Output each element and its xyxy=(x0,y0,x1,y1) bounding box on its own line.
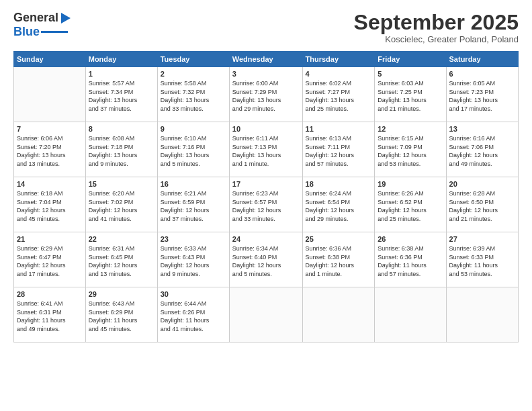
calendar-cell: 7Sunrise: 6:06 AM Sunset: 7:20 PM Daylig… xyxy=(14,122,86,177)
calendar-cell xyxy=(446,287,518,342)
day-info: Sunrise: 5:57 AM Sunset: 7:34 PM Dayligh… xyxy=(89,79,154,113)
day-info: Sunrise: 6:11 AM Sunset: 7:13 PM Dayligh… xyxy=(232,134,300,168)
calendar-cell: 15Sunrise: 6:20 AM Sunset: 7:02 PM Dayli… xyxy=(85,177,157,232)
calendar-cell: 24Sunrise: 6:34 AM Sunset: 6:40 PM Dayli… xyxy=(229,232,302,287)
calendar-cell: 20Sunrise: 6:28 AM Sunset: 6:50 PM Dayli… xyxy=(446,177,518,232)
calendar-cell: 12Sunrise: 6:15 AM Sunset: 7:09 PM Dayli… xyxy=(375,122,446,177)
day-number: 18 xyxy=(306,180,372,188)
day-number: 13 xyxy=(449,125,515,133)
col-wednesday: Wednesday xyxy=(229,52,302,67)
calendar-cell: 16Sunrise: 6:21 AM Sunset: 6:59 PM Dayli… xyxy=(157,177,229,232)
day-info: Sunrise: 6:28 AM Sunset: 6:50 PM Dayligh… xyxy=(449,189,515,223)
day-number: 28 xyxy=(17,290,83,298)
day-number: 8 xyxy=(89,125,154,133)
calendar-cell: 27Sunrise: 6:39 AM Sunset: 6:33 PM Dayli… xyxy=(446,232,518,287)
day-info: Sunrise: 6:13 AM Sunset: 7:11 PM Dayligh… xyxy=(306,134,372,168)
calendar-cell: 13Sunrise: 6:16 AM Sunset: 7:06 PM Dayli… xyxy=(446,122,518,177)
calendar-cell: 5Sunrise: 6:03 AM Sunset: 7:25 PM Daylig… xyxy=(375,67,446,122)
day-number: 15 xyxy=(89,180,154,188)
day-number: 24 xyxy=(232,235,300,243)
col-sunday: Sunday xyxy=(14,52,86,67)
day-number: 17 xyxy=(232,180,300,188)
day-info: Sunrise: 6:02 AM Sunset: 7:27 PM Dayligh… xyxy=(306,79,372,113)
day-number: 7 xyxy=(17,125,83,133)
day-info: Sunrise: 6:06 AM Sunset: 7:20 PM Dayligh… xyxy=(17,134,83,168)
day-info: Sunrise: 6:05 AM Sunset: 7:23 PM Dayligh… xyxy=(449,79,515,113)
calendar-header: Sunday Monday Tuesday Wednesday Thursday… xyxy=(14,52,519,67)
calendar-cell: 18Sunrise: 6:24 AM Sunset: 6:54 PM Dayli… xyxy=(302,177,375,232)
day-info: Sunrise: 6:23 AM Sunset: 6:57 PM Dayligh… xyxy=(232,189,300,223)
day-info: Sunrise: 6:41 AM Sunset: 6:31 PM Dayligh… xyxy=(17,300,83,333)
day-info: Sunrise: 5:58 AM Sunset: 7:32 PM Dayligh… xyxy=(161,79,226,113)
calendar-cell: 6Sunrise: 6:05 AM Sunset: 7:23 PM Daylig… xyxy=(446,67,518,122)
calendar-cell: 14Sunrise: 6:18 AM Sunset: 7:04 PM Dayli… xyxy=(14,177,86,232)
calendar-cell: 1Sunrise: 5:57 AM Sunset: 7:34 PM Daylig… xyxy=(85,67,157,122)
day-number: 25 xyxy=(306,235,372,243)
col-tuesday: Tuesday xyxy=(157,52,229,67)
day-number: 10 xyxy=(232,125,300,133)
day-info: Sunrise: 6:16 AM Sunset: 7:06 PM Dayligh… xyxy=(449,134,515,168)
calendar-cell: 8Sunrise: 6:08 AM Sunset: 7:18 PM Daylig… xyxy=(85,122,157,177)
day-info: Sunrise: 6:15 AM Sunset: 7:09 PM Dayligh… xyxy=(378,134,443,168)
svg-marker-0 xyxy=(61,13,71,24)
logo: General Blue xyxy=(13,11,73,39)
week-row-3: 14Sunrise: 6:18 AM Sunset: 7:04 PM Dayli… xyxy=(14,177,519,232)
day-info: Sunrise: 6:29 AM Sunset: 6:47 PM Dayligh… xyxy=(17,244,83,278)
calendar-cell: 21Sunrise: 6:29 AM Sunset: 6:47 PM Dayli… xyxy=(14,232,86,287)
calendar-cell: 26Sunrise: 6:38 AM Sunset: 6:36 PM Dayli… xyxy=(375,232,446,287)
logo-general: General xyxy=(13,11,58,25)
calendar-cell xyxy=(302,287,375,342)
day-info: Sunrise: 6:31 AM Sunset: 6:45 PM Dayligh… xyxy=(89,244,154,278)
calendar-cell xyxy=(14,67,86,122)
week-row-1: 1Sunrise: 5:57 AM Sunset: 7:34 PM Daylig… xyxy=(14,67,519,122)
day-number: 3 xyxy=(232,70,300,78)
day-number: 2 xyxy=(161,70,226,78)
month-title: September 2025 xyxy=(354,11,519,34)
day-info: Sunrise: 6:44 AM Sunset: 6:26 PM Dayligh… xyxy=(161,300,226,333)
day-number: 26 xyxy=(378,235,443,243)
day-info: Sunrise: 6:18 AM Sunset: 7:04 PM Dayligh… xyxy=(17,189,83,223)
day-info: Sunrise: 6:21 AM Sunset: 6:59 PM Dayligh… xyxy=(161,189,226,223)
day-number: 6 xyxy=(449,70,515,78)
day-number: 27 xyxy=(449,235,515,243)
calendar-cell: 4Sunrise: 6:02 AM Sunset: 7:27 PM Daylig… xyxy=(302,67,375,122)
calendar-cell: 25Sunrise: 6:36 AM Sunset: 6:38 PM Dayli… xyxy=(302,232,375,287)
day-number: 29 xyxy=(89,290,154,298)
day-number: 16 xyxy=(161,180,226,188)
day-info: Sunrise: 6:08 AM Sunset: 7:18 PM Dayligh… xyxy=(89,134,154,168)
header: General Blue September 2025 Koscielec, G… xyxy=(13,11,519,44)
calendar-cell: 11Sunrise: 6:13 AM Sunset: 7:11 PM Dayli… xyxy=(302,122,375,177)
day-info: Sunrise: 6:24 AM Sunset: 6:54 PM Dayligh… xyxy=(306,189,372,223)
week-row-2: 7Sunrise: 6:06 AM Sunset: 7:20 PM Daylig… xyxy=(14,122,519,177)
col-friday: Friday xyxy=(375,52,446,67)
calendar: Sunday Monday Tuesday Wednesday Thursday… xyxy=(13,51,519,342)
calendar-cell xyxy=(229,287,302,342)
calendar-cell: 2Sunrise: 5:58 AM Sunset: 7:32 PM Daylig… xyxy=(157,67,229,122)
day-number: 4 xyxy=(306,70,372,78)
week-row-4: 21Sunrise: 6:29 AM Sunset: 6:47 PM Dayli… xyxy=(14,232,519,287)
day-info: Sunrise: 6:00 AM Sunset: 7:29 PM Dayligh… xyxy=(232,79,300,113)
subtitle: Koscielec, Greater Poland, Poland xyxy=(354,34,519,44)
day-number: 5 xyxy=(378,70,443,78)
calendar-cell: 28Sunrise: 6:41 AM Sunset: 6:31 PM Dayli… xyxy=(14,287,86,342)
calendar-cell: 17Sunrise: 6:23 AM Sunset: 6:57 PM Dayli… xyxy=(229,177,302,232)
day-number: 20 xyxy=(449,180,515,188)
calendar-cell: 22Sunrise: 6:31 AM Sunset: 6:45 PM Dayli… xyxy=(85,232,157,287)
day-info: Sunrise: 6:03 AM Sunset: 7:25 PM Dayligh… xyxy=(378,79,443,113)
day-number: 12 xyxy=(378,125,443,133)
day-info: Sunrise: 6:33 AM Sunset: 6:43 PM Dayligh… xyxy=(161,244,226,278)
day-info: Sunrise: 6:20 AM Sunset: 7:02 PM Dayligh… xyxy=(89,189,154,223)
col-thursday: Thursday xyxy=(302,52,375,67)
day-number: 19 xyxy=(378,180,443,188)
col-saturday: Saturday xyxy=(446,52,518,67)
logo-blue: Blue xyxy=(13,25,40,39)
day-number: 30 xyxy=(161,290,226,298)
calendar-body: 1Sunrise: 5:57 AM Sunset: 7:34 PM Daylig… xyxy=(14,67,519,342)
day-number: 1 xyxy=(89,70,154,78)
day-info: Sunrise: 6:10 AM Sunset: 7:16 PM Dayligh… xyxy=(161,134,226,168)
day-number: 23 xyxy=(161,235,226,243)
col-monday: Monday xyxy=(85,52,157,67)
day-info: Sunrise: 6:38 AM Sunset: 6:36 PM Dayligh… xyxy=(378,244,443,278)
day-info: Sunrise: 6:36 AM Sunset: 6:38 PM Dayligh… xyxy=(306,244,372,278)
day-info: Sunrise: 6:26 AM Sunset: 6:52 PM Dayligh… xyxy=(378,189,443,223)
